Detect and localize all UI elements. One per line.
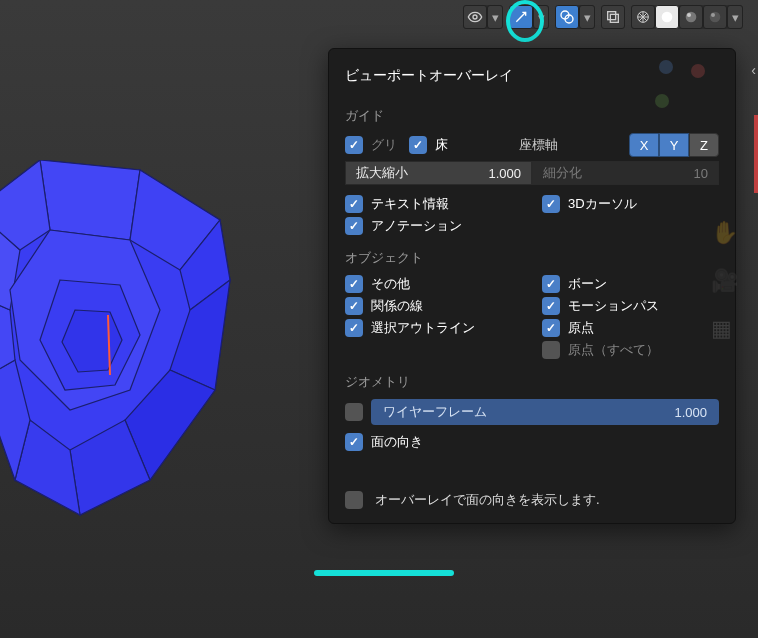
visibility-dropdown[interactable] <box>463 5 487 29</box>
gizmo-toggle-button[interactable] <box>509 5 533 29</box>
motion-checkbox[interactable] <box>542 297 560 315</box>
wireframe-value: 1.000 <box>674 405 707 420</box>
outline-label: 選択アウトライン <box>371 319 475 337</box>
overlay-toggle-button[interactable] <box>555 5 579 29</box>
svg-point-26 <box>711 13 715 17</box>
wireframe-label: ワイヤーフレーム <box>383 403 487 421</box>
textinfo-checkbox[interactable] <box>345 195 363 213</box>
gizmo-chevron[interactable]: ▾ <box>533 5 549 29</box>
subdiv-field[interactable]: 細分化 10 <box>532 161 719 185</box>
tooltip-text: オーバーレイで面の向きを表示します. <box>375 491 600 509</box>
svg-point-16 <box>473 15 477 19</box>
subdiv-value: 10 <box>694 166 708 181</box>
grid-label: グリ <box>371 136 397 154</box>
scale-field[interactable]: 拡大縮小 1.000 <box>345 161 532 185</box>
relation-label: 関係の線 <box>371 297 423 315</box>
floor-checkbox[interactable] <box>409 136 427 154</box>
annotations-label: アノテーション <box>371 217 462 235</box>
svg-rect-20 <box>610 14 618 22</box>
section-objects: オブジェクト <box>345 249 719 267</box>
svg-marker-1 <box>40 160 140 240</box>
origin-checkbox[interactable] <box>542 319 560 337</box>
annotations-checkbox[interactable] <box>345 217 363 235</box>
axis-y-button[interactable]: Y <box>659 133 689 157</box>
collapse-caret-icon[interactable]: ‹ <box>751 62 756 78</box>
svg-point-22 <box>662 12 673 23</box>
wireframe-checkbox[interactable] <box>345 403 363 421</box>
extras-label: その他 <box>371 275 410 293</box>
grid-checkbox[interactable] <box>345 136 363 154</box>
shading-render-button[interactable] <box>703 5 727 29</box>
cursor-checkbox[interactable] <box>542 195 560 213</box>
origin-label: 原点 <box>568 319 594 337</box>
bones-label: ボーン <box>568 275 607 293</box>
viewport-mesh <box>0 160 260 520</box>
toggle-xray-button[interactable] <box>601 5 625 29</box>
svg-point-24 <box>687 13 691 17</box>
axis-z-button[interactable]: Z <box>689 133 719 157</box>
motion-label: モーションパス <box>568 297 659 315</box>
shading-chevron[interactable]: ▾ <box>727 5 743 29</box>
viewport-side-controls: ✋ 🎥 ▦ <box>711 220 738 342</box>
scale-label: 拡大縮小 <box>356 164 408 182</box>
overlays-popover: ビューポートオーバーレイ ガイド グリ 床 座標軸 X Y Z 拡大縮小 1.0… <box>328 48 736 524</box>
face-orient-checkbox[interactable] <box>345 433 363 451</box>
camera-icon[interactable]: 🎥 <box>711 268 738 294</box>
scale-value: 1.000 <box>488 166 521 181</box>
wireframe-field[interactable]: ワイヤーフレーム 1.000 <box>371 399 719 425</box>
overlay-chevron[interactable]: ▾ <box>579 5 595 29</box>
subdiv-label: 細分化 <box>543 164 582 182</box>
origin-all-checkbox[interactable] <box>542 341 560 359</box>
section-guides: ガイド <box>345 107 719 125</box>
origin-all-label: 原点（すべて） <box>568 341 659 359</box>
svg-rect-19 <box>608 12 616 20</box>
relation-checkbox[interactable] <box>345 297 363 315</box>
svg-point-23 <box>686 12 697 23</box>
visibility-chevron[interactable]: ▾ <box>487 5 503 29</box>
axis-x-button[interactable]: X <box>629 133 659 157</box>
shading-material-button[interactable] <box>679 5 703 29</box>
move-icon[interactable]: ✋ <box>711 220 738 246</box>
shading-solid-button[interactable] <box>655 5 679 29</box>
nav-gizmo[interactable] <box>655 60 703 108</box>
extras-checkbox[interactable] <box>345 275 363 293</box>
floor-label: 床 <box>435 136 448 154</box>
shading-wireframe-button[interactable] <box>631 5 655 29</box>
cursor-label: 3Dカーソル <box>568 195 637 213</box>
header-toolbar: ▾ ▾ ▾ ▾ <box>463 5 743 29</box>
bones-checkbox[interactable] <box>542 275 560 293</box>
textinfo-label: テキスト情報 <box>371 195 449 213</box>
grid-icon[interactable]: ▦ <box>711 316 738 342</box>
svg-point-25 <box>710 12 721 23</box>
annotation-underline <box>314 570 454 576</box>
face-orient-label: 面の向き <box>371 433 423 451</box>
tooltip-checkbox[interactable] <box>345 491 363 509</box>
axes-label: 座標軸 <box>519 136 558 154</box>
right-accent-bar <box>754 115 758 193</box>
outline-checkbox[interactable] <box>345 319 363 337</box>
section-geometry: ジオメトリ <box>345 373 719 391</box>
